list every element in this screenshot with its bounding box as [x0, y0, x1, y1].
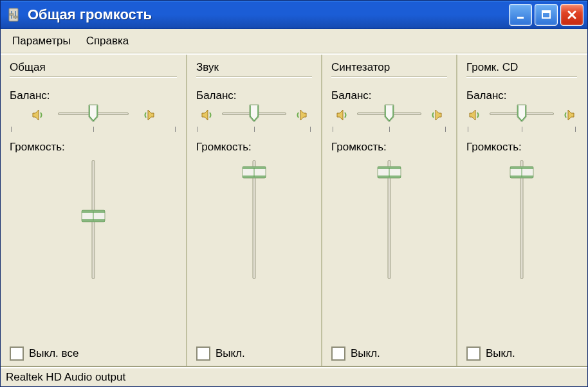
- volume-wrap: [466, 160, 577, 343]
- balance-ticks: [196, 127, 312, 132]
- mute-label: Выкл.: [216, 347, 245, 360]
- svg-rect-5: [517, 17, 524, 19]
- balance-label: Баланс:: [466, 89, 577, 102]
- speaker-left-icon: [466, 107, 483, 123]
- balance-row: [331, 106, 447, 124]
- maximize-button[interactable]: [535, 4, 558, 26]
- mute-row: Выкл. все: [10, 346, 177, 361]
- balance-ticks: [10, 127, 177, 132]
- balance-label: Баланс:: [331, 89, 447, 102]
- volume-mixer-window: Общая громкость Параметры Справка Общая …: [0, 0, 588, 387]
- minimize-button[interactable]: [509, 4, 532, 26]
- volume-slider[interactable]: [509, 160, 535, 279]
- volume-slider[interactable]: [241, 160, 267, 279]
- window-controls: [509, 4, 583, 26]
- volume-wrap: [331, 160, 447, 343]
- speaker-left-icon: [199, 107, 216, 123]
- channel-name: Общая: [10, 61, 177, 74]
- divider: [196, 76, 312, 78]
- balance-thumb[interactable]: [516, 104, 528, 123]
- mute-checkbox[interactable]: [196, 346, 210, 361]
- volume-thumb[interactable]: [81, 210, 106, 222]
- mute-checkbox[interactable]: [331, 346, 345, 361]
- balance-label: Баланс:: [10, 89, 177, 102]
- status-bar: Realtek HD Audio output: [1, 367, 587, 386]
- channel-panel: Звук Баланс: Громкость:: [187, 55, 322, 366]
- svg-rect-4: [14, 16, 17, 18]
- close-button[interactable]: [560, 4, 583, 26]
- divider: [466, 76, 577, 78]
- volume-label: Громкость:: [10, 141, 177, 154]
- channel-panel: Громк. CD Баланс: Громкость:: [457, 55, 586, 366]
- balance-thumb[interactable]: [87, 104, 99, 123]
- volume-slider[interactable]: [376, 160, 402, 279]
- channel-panel: Общая Баланс: Громкость:: [1, 55, 187, 366]
- balance-row: [466, 106, 577, 124]
- mute-label: Выкл. все: [29, 347, 78, 360]
- mute-checkbox[interactable]: [10, 346, 24, 361]
- volume-label: Громкость:: [331, 141, 447, 154]
- mute-label: Выкл.: [486, 347, 515, 360]
- speaker-right-icon: [428, 107, 445, 123]
- speaker-right-icon: [293, 107, 309, 123]
- channel-name: Синтезатор: [331, 61, 447, 74]
- mute-row: Выкл.: [331, 346, 447, 361]
- volume-wrap: [10, 160, 177, 343]
- svg-rect-7: [542, 11, 550, 13]
- menu-parameters[interactable]: Параметры: [5, 32, 78, 50]
- menu-help[interactable]: Справка: [78, 32, 137, 50]
- volume-thumb[interactable]: [510, 166, 534, 179]
- status-text: Realtek HD Audio output: [6, 371, 125, 384]
- volume-slider[interactable]: [80, 160, 106, 279]
- mute-checkbox[interactable]: [466, 346, 481, 361]
- titlebar[interactable]: Общая громкость: [1, 1, 587, 29]
- balance-thumb[interactable]: [248, 104, 260, 123]
- volume-thumb[interactable]: [242, 166, 266, 179]
- balance-slider[interactable]: [58, 106, 129, 124]
- volume-thumb[interactable]: [377, 166, 401, 179]
- mute-row: Выкл.: [196, 346, 312, 361]
- window-title: Общая громкость: [28, 6, 509, 23]
- volume-label: Громкость:: [196, 141, 312, 154]
- balance-ticks: [466, 127, 577, 132]
- speaker-right-icon: [560, 107, 577, 123]
- speaker-left-icon: [30, 107, 46, 123]
- svg-rect-3: [10, 14, 14, 15]
- mute-row: Выкл.: [466, 346, 577, 361]
- menubar: Параметры Справка: [1, 29, 587, 53]
- channel-panel: Синтезатор Баланс: Громкость:: [322, 55, 457, 366]
- balance-thumb[interactable]: [383, 104, 395, 123]
- divider: [10, 76, 177, 78]
- mute-label: Выкл.: [351, 347, 380, 360]
- app-icon: [6, 6, 21, 24]
- volume-label: Громкость:: [466, 141, 577, 154]
- balance-label: Баланс:: [196, 89, 312, 102]
- balance-row: [196, 106, 312, 124]
- divider: [331, 76, 447, 78]
- balance-slider[interactable]: [357, 106, 421, 124]
- balance-row: [10, 106, 177, 124]
- channel-name: Звук: [196, 61, 312, 74]
- balance-slider[interactable]: [222, 106, 286, 124]
- speaker-right-icon: [140, 107, 157, 123]
- balance-ticks: [331, 127, 447, 132]
- channel-name: Громк. CD: [466, 61, 577, 74]
- speaker-left-icon: [334, 107, 351, 123]
- mixer-content: Общая Баланс: Громкость:: [1, 53, 587, 367]
- volume-wrap: [196, 160, 312, 343]
- balance-slider[interactable]: [490, 106, 554, 124]
